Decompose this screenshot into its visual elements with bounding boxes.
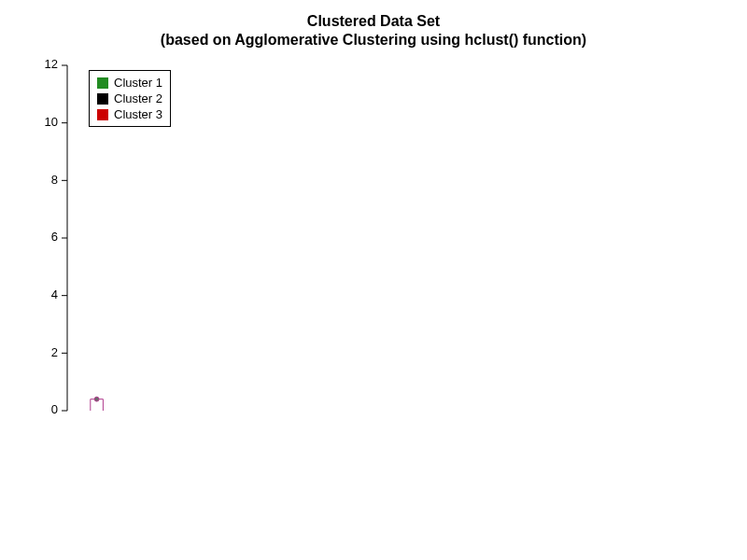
- y-tick-label: 8: [51, 173, 58, 187]
- y-tick-label: 10: [45, 115, 58, 129]
- y-tick-label: 12: [45, 57, 58, 71]
- y-tick-label: 2: [51, 345, 58, 359]
- dendrogram-chart: Clustered Data Set (based on Agglomerati…: [0, 0, 747, 560]
- y-tick-label: 4: [51, 287, 58, 301]
- merge-node: [94, 397, 99, 401]
- dendrogram-svg: 024681012: [0, 0, 747, 560]
- y-tick-label: 6: [51, 230, 58, 244]
- y-tick-label: 0: [51, 402, 58, 416]
